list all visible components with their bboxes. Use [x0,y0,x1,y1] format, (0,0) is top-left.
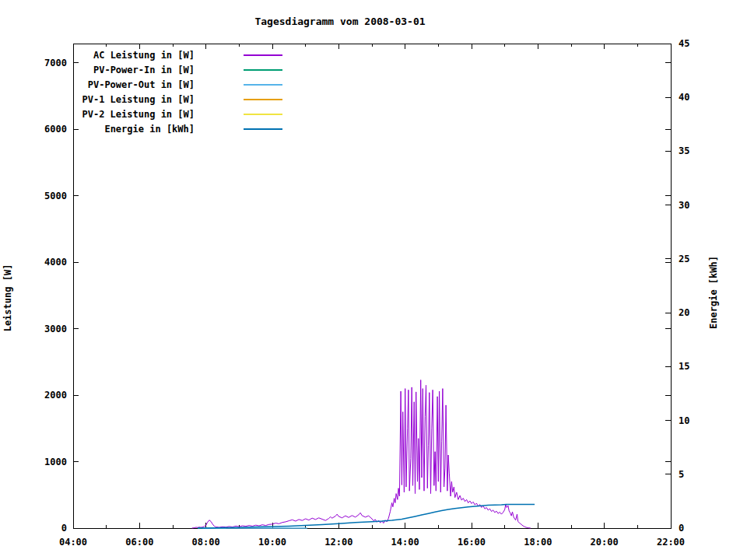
x-tick-label: 08:00 [192,537,220,548]
y-right-tick-label: 10 [679,415,689,426]
legend-entry: PV-1 Leistung in [W] [82,94,283,105]
legend-entry-label: AC Leistung in [W] [93,50,195,61]
y-left-tick-label: 3000 [44,324,67,334]
y-right-tick-label: 0 [679,523,684,534]
y-left-tick-label: 5000 [44,191,67,201]
y-right-tick-label: 25 [679,254,689,264]
y-left-tick-label: 2000 [44,390,67,401]
x-tick-label: 16:00 [458,537,486,548]
legend-entry: PV-Power-In in [W] [93,65,282,75]
y-right-tick-label: 40 [679,92,689,103]
legend-entry-label: Energie in [kWh] [104,124,195,135]
data-series [192,380,535,529]
chart-title: Tagesdiagramm vom 2008-03-01 [254,16,425,27]
x-tick-label: 04:00 [59,537,87,548]
y-right-tick-label: 15 [679,361,689,372]
legend-entry: PV-Power-Out in [W] [88,79,282,90]
y-left-tick-label: 6000 [44,124,67,135]
y-left-tick-label: 7000 [44,58,67,68]
y-right-tick-label: 20 [679,307,689,318]
x-tick-label: 06:00 [125,537,153,548]
x-tick-label: 20:00 [591,537,619,548]
y-right-tick-label: 5 [679,469,684,480]
legend-entry: AC Leistung in [W] [93,50,282,61]
x-tick-label: 22:00 [657,537,685,548]
y-right-tick-label: 45 [679,38,689,49]
x-tick-label: 18:00 [524,537,552,548]
plot-canvas: Tagesdiagramm vom 2008-03-01 Leistung [W… [0,0,747,560]
legend-entry: Energie in [kWh] [104,124,282,135]
y-left-tick-label: 0 [61,523,67,534]
y-axis-left-label: Leistung [W] [2,264,13,332]
legend-entry-label: PV-1 Leistung in [W] [82,94,195,105]
y-axis-right-label: Energie [kWh] [708,256,719,329]
legend-entry: PV-2 Leistung in [W] [82,109,283,120]
y-right-tick-label: 35 [679,145,689,156]
x-tick-label: 14:00 [391,537,419,548]
x-tick-label: 12:00 [324,537,352,548]
legend-entry-label: PV-Power-Out in [W] [88,79,195,90]
y-left-tick-label: 1000 [44,457,67,467]
x-tick-label: 10:00 [258,537,286,548]
legend-entry-label: PV-Power-In in [W] [93,65,195,75]
y-right-tick-label: 30 [679,200,689,211]
legend-entry-label: PV-2 Leistung in [W] [82,109,195,120]
y-left-tick-label: 4000 [44,257,67,268]
legend: AC Leistung in [W]PV-Power-In in [W]PV-P… [82,50,283,135]
chart: Tagesdiagramm vom 2008-03-01 Leistung [W… [0,0,747,560]
